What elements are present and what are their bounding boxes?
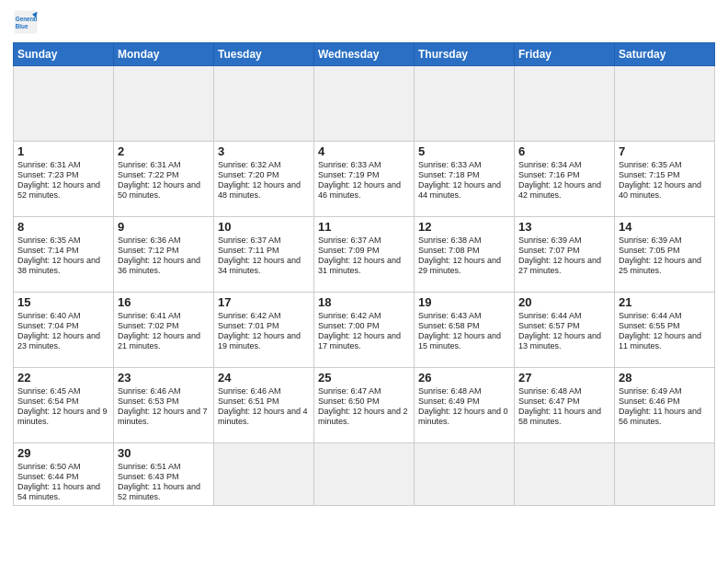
daylight-label: Daylight: 12 hours and 52 minutes. [17,180,100,200]
daylight-label: Daylight: 11 hours and 54 minutes. [17,482,100,501]
daylight-label: Daylight: 12 hours and 15 minutes. [418,331,501,350]
sunrise-label: Sunrise: 6:51 AM [118,462,181,471]
svg-text:Blue: Blue [16,23,28,29]
calendar-cell: 14Sunrise: 6:39 AMSunset: 7:05 PMDayligh… [615,217,715,293]
calendar-cell: 24Sunrise: 6:46 AMSunset: 6:51 PMDayligh… [214,368,314,443]
calendar-cell: 28Sunrise: 6:49 AMSunset: 6:46 PMDayligh… [615,368,715,443]
daylight-label: Daylight: 12 hours and 46 minutes. [318,180,401,200]
sunrise-label: Sunrise: 6:36 AM [118,236,181,245]
sunset-label: Sunset: 7:22 PM [118,170,179,179]
page-container: General Blue SundayMondayTuesdayWednesda… [0,0,728,511]
day-number: 7 [619,144,711,158]
calendar-cell: 11Sunrise: 6:37 AMSunset: 7:09 PMDayligh… [314,217,415,293]
sunset-label: Sunset: 7:16 PM [518,170,580,179]
calendar-cell: 26Sunrise: 6:48 AMSunset: 6:49 PMDayligh… [415,368,515,443]
sunset-label: Sunset: 7:01 PM [218,321,279,330]
col-header-tuesday: Tuesday [214,43,314,66]
sunrise-label: Sunrise: 6:37 AM [218,236,281,245]
sunset-label: Sunset: 7:08 PM [418,246,480,255]
day-number: 9 [118,220,210,234]
logo: General Blue [13,9,42,35]
daylight-label: Daylight: 12 hours and 36 minutes. [118,256,200,275]
sunrise-label: Sunrise: 6:50 AM [17,462,81,471]
calendar-cell: 25Sunrise: 6:47 AMSunset: 6:50 PMDayligh… [314,368,415,443]
calendar-cell [615,66,715,142]
day-number: 27 [518,371,610,385]
calendar-cell: 1Sunrise: 6:31 AMSunset: 7:23 PMDaylight… [14,142,114,217]
sunrise-label: Sunrise: 6:40 AM [17,311,81,320]
daylight-label: Daylight: 12 hours and 29 minutes. [418,256,501,275]
col-header-monday: Monday [114,43,214,66]
sunrise-label: Sunrise: 6:42 AM [318,311,381,320]
sunrise-label: Sunrise: 6:34 AM [518,160,582,169]
day-number: 5 [418,144,510,158]
calendar-cell: 3Sunrise: 6:32 AMSunset: 7:20 PMDaylight… [214,142,314,217]
daylight-label: Daylight: 12 hours and 13 minutes. [518,331,601,350]
calendar-cell: 20Sunrise: 6:44 AMSunset: 6:57 PMDayligh… [515,293,615,368]
day-number: 30 [118,446,210,460]
sunset-label: Sunset: 6:51 PM [218,396,279,406]
sunset-label: Sunset: 7:11 PM [218,246,279,255]
calendar-cell: 8Sunrise: 6:35 AMSunset: 7:14 PMDaylight… [14,217,114,293]
calendar-cell [515,443,615,506]
day-number: 21 [619,295,711,309]
sunset-label: Sunset: 6:49 PM [418,396,480,406]
sunrise-label: Sunrise: 6:46 AM [218,386,281,396]
day-number: 26 [418,371,510,385]
sunset-label: Sunset: 6:43 PM [118,472,179,481]
sunrise-label: Sunrise: 6:33 AM [318,160,381,169]
sunset-label: Sunset: 7:02 PM [118,321,179,330]
daylight-label: Daylight: 12 hours and 48 minutes. [218,180,301,200]
daylight-label: Daylight: 12 hours and 0 minutes. [418,407,508,426]
sunset-label: Sunset: 6:57 PM [518,321,580,330]
sunset-label: Sunset: 7:05 PM [619,246,680,255]
calendar-cell [415,66,515,142]
sunset-label: Sunset: 6:46 PM [619,396,680,406]
calendar-cell: 5Sunrise: 6:33 AMSunset: 7:18 PMDaylight… [415,142,515,217]
daylight-label: Daylight: 12 hours and 44 minutes. [418,180,501,200]
calendar-cell: 6Sunrise: 6:34 AMSunset: 7:16 PMDaylight… [515,142,615,217]
sunrise-label: Sunrise: 6:32 AM [218,160,281,169]
daylight-label: Daylight: 12 hours and 40 minutes. [619,180,701,200]
sunset-label: Sunset: 7:20 PM [218,170,279,179]
calendar-cell: 29Sunrise: 6:50 AMSunset: 6:44 PMDayligh… [14,443,114,506]
calendar-cell: 12Sunrise: 6:38 AMSunset: 7:08 PMDayligh… [415,217,515,293]
calendar-cell: 9Sunrise: 6:36 AMSunset: 7:12 PMDaylight… [114,217,214,293]
day-number: 18 [318,295,410,309]
calendar-cell [14,66,114,142]
sunrise-label: Sunrise: 6:31 AM [118,160,181,169]
sunrise-label: Sunrise: 6:39 AM [518,236,582,245]
calendar-cell: 7Sunrise: 6:35 AMSunset: 7:15 PMDaylight… [615,142,715,217]
calendar-cell: 19Sunrise: 6:43 AMSunset: 6:58 PMDayligh… [415,293,515,368]
calendar-cell [314,443,415,506]
day-number: 19 [418,295,510,309]
svg-text:General: General [16,16,38,22]
calendar-cell [114,66,214,142]
sunset-label: Sunset: 6:53 PM [118,396,179,406]
daylight-label: Daylight: 12 hours and 25 minutes. [619,256,701,275]
day-number: 24 [218,371,310,385]
sunset-label: Sunset: 7:12 PM [118,246,179,255]
sunset-label: Sunset: 7:07 PM [518,246,580,255]
day-number: 17 [218,295,310,309]
day-number: 4 [318,144,410,158]
sunrise-label: Sunrise: 6:48 AM [518,386,582,396]
sunset-label: Sunset: 6:47 PM [518,396,580,406]
calendar-cell: 13Sunrise: 6:39 AMSunset: 7:07 PMDayligh… [515,217,615,293]
calendar-cell: 23Sunrise: 6:46 AMSunset: 6:53 PMDayligh… [114,368,214,443]
calendar-cell [515,66,615,142]
daylight-label: Daylight: 12 hours and 27 minutes. [518,256,601,275]
sunrise-label: Sunrise: 6:31 AM [17,160,81,169]
logo-icon: General Blue [13,9,39,35]
day-number: 6 [518,144,610,158]
daylight-label: Daylight: 12 hours and 21 minutes. [118,331,200,350]
day-number: 8 [17,220,109,234]
col-header-friday: Friday [515,43,615,66]
day-number: 23 [118,371,210,385]
sunrise-label: Sunrise: 6:38 AM [418,236,482,245]
sunrise-label: Sunrise: 6:45 AM [17,386,81,396]
daylight-label: Daylight: 12 hours and 4 minutes. [218,407,308,426]
day-number: 20 [518,295,610,309]
sunrise-label: Sunrise: 6:33 AM [418,160,482,169]
day-number: 10 [218,220,310,234]
